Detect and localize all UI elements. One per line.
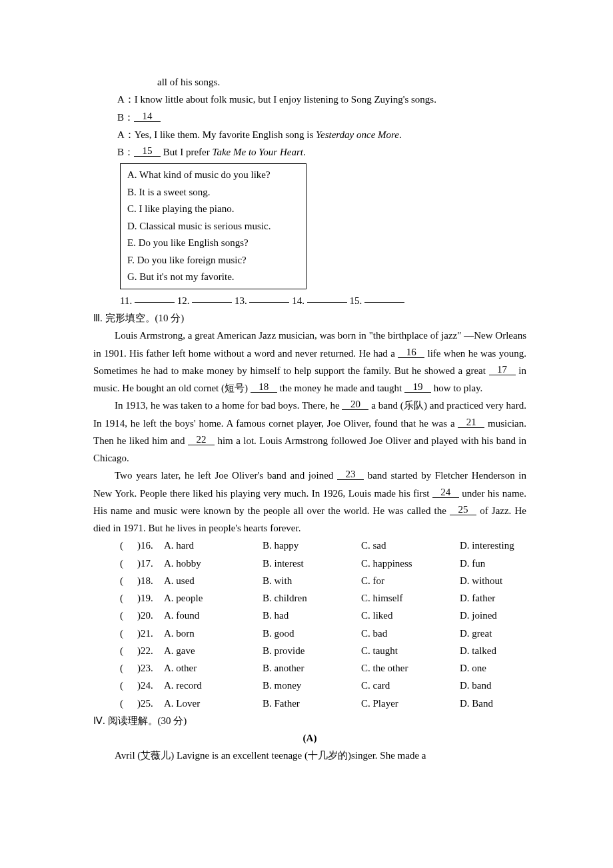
cloze-number: )18. — [137, 572, 164, 589]
ans-15-blank[interactable] — [364, 292, 404, 303]
dialog-b2-mid: But I prefer — [161, 147, 212, 157]
answer-paren[interactable]: ( — [120, 537, 137, 554]
dialog-a2: A：Yes, I like them. My favorite English … — [93, 126, 526, 143]
cloze-option-b[interactable]: B. interest — [263, 555, 361, 572]
cloze-option-a[interactable]: A. Lover — [164, 695, 263, 712]
blank-14[interactable]: 14 — [134, 111, 161, 122]
cloze-number: )19. — [137, 589, 164, 607]
cloze-option-d[interactable]: D. talked — [460, 642, 526, 659]
cloze-option-c[interactable]: C. bad — [361, 625, 460, 642]
option-e: E. Do you like English songs? — [127, 235, 299, 252]
cloze-option-a[interactable]: A. hobby — [164, 555, 263, 572]
cloze-option-c[interactable]: C. taught — [361, 642, 460, 659]
cloze-option-c[interactable]: C. Player — [361, 695, 460, 712]
reading-a-para: Avril (艾薇儿) Lavigne is an excellent teen… — [93, 747, 526, 764]
blank-23[interactable]: 23 — [337, 469, 364, 480]
cloze-number: )24. — [137, 677, 164, 694]
cloze-option-b[interactable]: B. provide — [263, 642, 361, 659]
cloze-option-b[interactable]: B. happy — [263, 537, 361, 554]
cloze-option-b[interactable]: B. children — [263, 589, 361, 607]
cloze-number: )16. — [137, 537, 164, 554]
cloze-option-d[interactable]: D. joined — [460, 607, 526, 624]
cloze-option-c[interactable]: C. sad — [361, 537, 460, 554]
dialog-a1: A：I know little about folk music, but I … — [117, 91, 526, 108]
ans-12-blank[interactable] — [192, 292, 232, 303]
cloze-option-d[interactable]: D. without — [460, 572, 526, 589]
p1e: how to play. — [431, 383, 482, 393]
cloze-number: )20. — [137, 607, 164, 624]
cloze-option-a[interactable]: A. people — [164, 589, 263, 607]
cloze-row: ()18.A. usedB. withC. forD. without — [93, 572, 526, 589]
option-d: D. Classical music is serious music. — [127, 218, 299, 235]
cloze-option-a[interactable]: A. born — [164, 625, 263, 642]
cloze-option-d[interactable]: D. great — [460, 625, 526, 642]
blank-16[interactable]: 16 — [398, 347, 424, 358]
cloze-option-d[interactable]: D. fun — [460, 555, 526, 572]
cloze-option-d[interactable]: D. one — [460, 659, 526, 677]
cloze-option-a[interactable]: A. found — [164, 607, 263, 624]
cloze-option-c[interactable]: C. liked — [361, 607, 460, 624]
cloze-option-d[interactable]: D. Band — [460, 695, 526, 712]
option-b: B. It is a sweet song. — [127, 184, 299, 201]
cloze-row: ()17.A. hobbyB. interestC. happinessD. f… — [93, 555, 526, 572]
blank-22[interactable]: 22 — [188, 435, 215, 445]
cloze-number: )22. — [137, 642, 164, 659]
cloze-number: )17. — [137, 555, 164, 572]
ans-13-blank[interactable] — [249, 292, 289, 303]
blank-19[interactable]: 19 — [404, 382, 431, 393]
ans-14-blank[interactable] — [307, 292, 347, 303]
cloze-paragraph-2: In 1913, he was taken to a home for bad … — [93, 397, 526, 467]
cloze-number: )23. — [137, 659, 164, 677]
cloze-option-a[interactable]: A. record — [164, 677, 263, 694]
cloze-number: )25. — [137, 695, 164, 712]
cloze-option-b[interactable]: B. Father — [263, 695, 361, 712]
cloze-option-a[interactable]: A. gave — [164, 642, 263, 659]
answer-paren[interactable]: ( — [120, 572, 137, 589]
answer-paren[interactable]: ( — [120, 555, 137, 572]
answer-paren[interactable]: ( — [120, 695, 137, 712]
cloze-option-b[interactable]: B. good — [263, 625, 361, 642]
cloze-row: ()21.A. bornB. goodC. badD. great — [93, 625, 526, 642]
cloze-option-d[interactable]: D. interesting — [460, 537, 526, 554]
answer-paren[interactable]: ( — [120, 589, 137, 607]
option-g: G. But it's not my favorite. — [127, 269, 299, 286]
answer-paren[interactable]: ( — [120, 625, 137, 642]
cloze-option-b[interactable]: B. money — [263, 677, 361, 694]
cloze-row: ()20.A. foundB. hadC. likedD. joined — [93, 607, 526, 624]
dialog-a2-italic: Yesterday once More — [316, 129, 399, 140]
section-4-title: Ⅳ. 阅读理解。(30 分) — [93, 712, 526, 729]
ans-14-label: 14. — [292, 295, 307, 306]
cloze-option-b[interactable]: B. another — [263, 659, 361, 677]
blank-15[interactable]: 15 — [134, 146, 161, 157]
answer-paren[interactable]: ( — [120, 642, 137, 659]
dialog-a2-prefix: A：Yes, I like them. My favorite English … — [117, 129, 316, 140]
blank-18[interactable]: 18 — [251, 382, 277, 393]
answer-paren[interactable]: ( — [120, 659, 137, 677]
ans-15-label: 15. — [349, 295, 364, 306]
cloze-option-c[interactable]: C. for — [361, 572, 460, 589]
cloze-option-c[interactable]: C. himself — [361, 589, 460, 607]
cloze-option-a[interactable]: A. other — [164, 659, 263, 677]
cloze-row: ()25.A. LoverB. FatherC. PlayerD. Band — [93, 695, 526, 712]
cloze-row: ()23.A. otherB. anotherC. the otherD. on… — [93, 659, 526, 677]
answer-paren[interactable]: ( — [120, 607, 137, 624]
blank-21[interactable]: 21 — [458, 417, 484, 428]
option-c: C. I like playing the piano. — [127, 201, 299, 218]
cloze-option-b[interactable]: B. had — [263, 607, 361, 624]
blank-17[interactable]: 17 — [489, 365, 516, 375]
cloze-option-a[interactable]: A. used — [164, 572, 263, 589]
blank-20[interactable]: 20 — [342, 399, 368, 410]
cloze-option-c[interactable]: C. card — [361, 677, 460, 694]
ans-11-blank[interactable] — [135, 292, 175, 303]
cloze-option-d[interactable]: D. band — [460, 677, 526, 694]
blank-24[interactable]: 24 — [432, 487, 459, 498]
cloze-option-b[interactable]: B. with — [263, 572, 361, 589]
ans-11-label: 11. — [120, 295, 135, 306]
cloze-option-c[interactable]: C. happiness — [361, 555, 460, 572]
cloze-option-a[interactable]: A. hard — [164, 537, 263, 554]
blank-25[interactable]: 25 — [450, 505, 476, 515]
cloze-option-c[interactable]: C. the other — [361, 659, 460, 677]
options-box: A. What kind of music do you like? B. It… — [120, 163, 306, 289]
answer-paren[interactable]: ( — [120, 677, 137, 694]
cloze-option-d[interactable]: D. father — [460, 589, 526, 607]
